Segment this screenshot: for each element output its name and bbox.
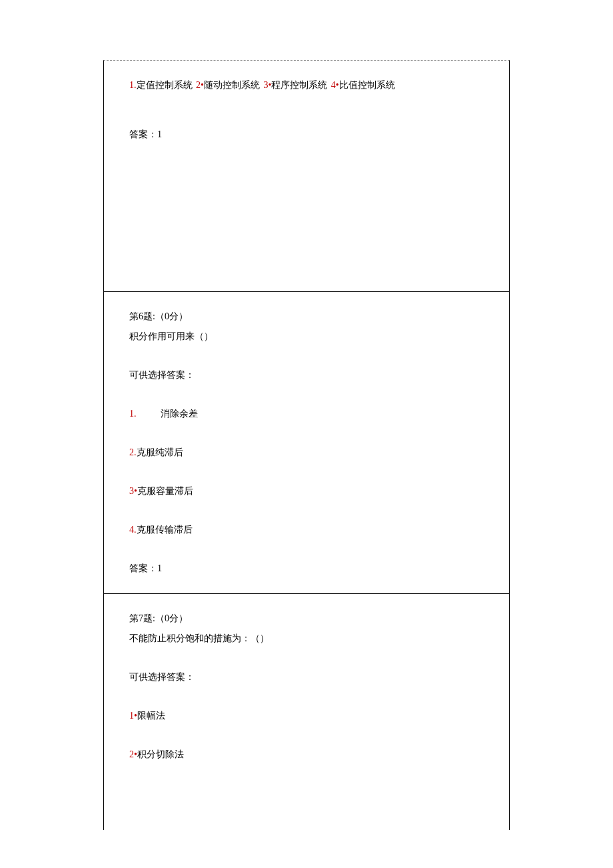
- q5-opt1-num: 1.: [129, 80, 137, 90]
- q6-opt3-text: 克服容量滞后: [137, 486, 193, 496]
- q5-opt1-text: 定值控制系统: [137, 80, 193, 90]
- q6-option-4: 4.克服传输滞后: [129, 524, 484, 536]
- q6-option-1: 1.消除余差: [129, 408, 484, 420]
- q5-answer: 答案：1: [129, 129, 484, 141]
- q6-opt2-num: 2.: [129, 447, 137, 457]
- q7-option-2: 2•积分切除法: [129, 749, 484, 761]
- q6-opt2-text: 克服纯滞后: [137, 447, 183, 457]
- q6-answer-label: 答案：: [129, 563, 157, 573]
- q6-opt1-text: 消除余差: [161, 409, 198, 419]
- q5-opt3-num: 3•: [263, 80, 271, 90]
- q6-option-2: 2.克服纯滞后: [129, 447, 484, 459]
- q5-opt4-num: 4•: [331, 80, 339, 90]
- q7-opt1-num: 1•: [129, 711, 137, 721]
- q6-opt4-text: 克服传输滞后: [137, 525, 193, 535]
- q5-opt3-text: 程序控制系统: [271, 80, 327, 90]
- q5-answer-label: 答案：: [129, 129, 157, 139]
- page-container: 1.定值控制系统 2•随动控制系统 3•程序控制系统 4•比值控制系统 答案：1…: [103, 60, 510, 830]
- q7-header: 第7题:（0分）: [129, 613, 484, 625]
- q6-stem: 积分作用可用来（）: [129, 331, 484, 343]
- q5-opt2-num: 2•: [196, 80, 204, 90]
- q6-opt3-num: 3•: [129, 486, 137, 496]
- q5-opt4-text: 比值控制系统: [339, 80, 395, 90]
- question-7-cell: 第7题:（0分） 不能防止积分饱和的措施为：（） 可供选择答案： 1•限幅法 2…: [104, 594, 509, 779]
- q6-opt4-num: 4.: [129, 525, 137, 535]
- q5-opt2-text: 随动控制系统: [204, 80, 260, 90]
- q5-answer-value: 1: [157, 129, 162, 139]
- q7-choice-label: 可供选择答案：: [129, 671, 484, 683]
- q6-opt1-num: 1.: [129, 409, 137, 419]
- q7-option-1: 1•限幅法: [129, 710, 484, 722]
- q6-option-3: 3•克服容量滞后: [129, 485, 484, 497]
- q6-header: 第6题:（0分）: [129, 311, 484, 323]
- q6-choice-label: 可供选择答案：: [129, 369, 484, 381]
- q6-answer-value: 1: [157, 563, 162, 573]
- q6-answer: 答案：1: [129, 563, 484, 575]
- question-5-cell: 1.定值控制系统 2•随动控制系统 3•程序控制系统 4•比值控制系统 答案：1: [104, 61, 509, 292]
- q7-opt2-text: 积分切除法: [137, 749, 184, 759]
- q7-opt2-num: 2•: [129, 749, 137, 759]
- q7-stem: 不能防止积分饱和的措施为：（）: [129, 633, 484, 645]
- q5-options-row: 1.定值控制系统 2•随动控制系统 3•程序控制系统 4•比值控制系统: [129, 79, 484, 91]
- q7-opt1-text: 限幅法: [137, 711, 165, 721]
- question-6-cell: 第6题:（0分） 积分作用可用来（） 可供选择答案： 1.消除余差 2.克服纯滞…: [104, 292, 509, 594]
